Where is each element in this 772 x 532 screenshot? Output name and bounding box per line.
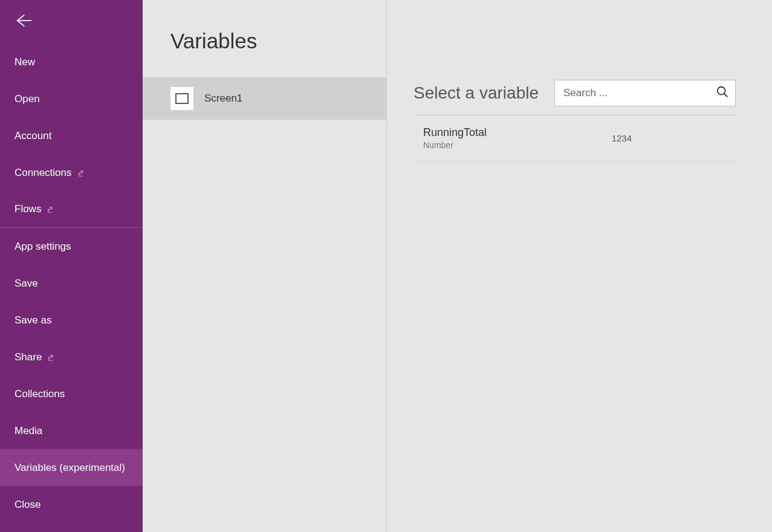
sidebar-item-label: Save as xyxy=(15,314,51,326)
sidebar-item-app-settings[interactable]: App settings xyxy=(0,228,143,265)
external-link-icon xyxy=(78,169,86,177)
sidebar-item-flows[interactable]: Flows xyxy=(0,191,143,228)
sidebar-item-label: Account xyxy=(15,130,51,142)
scope-item-screen1[interactable]: Screen1 xyxy=(143,77,386,120)
sidebar-item-label: Connections xyxy=(15,167,72,179)
sidebar-item-save-as[interactable]: Save as xyxy=(0,302,143,339)
variable-name: RunningTotal xyxy=(423,126,487,139)
sidebar-item-share[interactable]: Share xyxy=(0,339,143,375)
search-input[interactable] xyxy=(555,80,735,106)
sidebar-item-label: New xyxy=(15,56,35,68)
variables-header: Select a variable xyxy=(414,80,736,115)
variables-title: Select a variable xyxy=(414,83,539,103)
sidebar-item-label: Variables (experimental) xyxy=(15,462,125,474)
sidebar-item-save[interactable]: Save xyxy=(0,265,143,302)
sidebar-menu: New Open Account Connections Flows App s… xyxy=(0,44,143,523)
sidebar-item-new[interactable]: New xyxy=(0,44,143,80)
sidebar-item-account[interactable]: Account xyxy=(0,117,143,154)
search-box[interactable] xyxy=(554,80,736,106)
scope-item-label: Screen1 xyxy=(204,92,242,105)
sidebar-item-label: Open xyxy=(15,93,40,105)
sidebar-item-media[interactable]: Media xyxy=(0,412,143,449)
sidebar-item-close[interactable]: Close xyxy=(0,486,143,523)
sidebar-item-label: Collections xyxy=(15,388,65,400)
variables-scope-panel: Variables Screen1 xyxy=(143,0,387,532)
sidebar-item-variables[interactable]: Variables (experimental) xyxy=(0,449,143,486)
variable-row-runningtotal[interactable]: RunningTotal Number 1234 xyxy=(414,115,736,161)
back-button[interactable] xyxy=(0,0,143,44)
sidebar-item-label: Media xyxy=(15,425,42,437)
external-link-icon xyxy=(47,205,56,213)
variable-type: Number xyxy=(423,140,487,150)
variable-info: RunningTotal Number xyxy=(423,126,487,150)
svg-point-0 xyxy=(718,87,725,95)
screen-icon xyxy=(170,87,193,110)
sidebar-item-label: App settings xyxy=(15,241,71,253)
variables-detail-panel: Select a variable RunningTotal Number 12… xyxy=(387,0,772,532)
sidebar-item-label: Flows xyxy=(15,203,41,215)
back-arrow-icon xyxy=(15,12,31,32)
sidebar-item-connections[interactable]: Connections xyxy=(0,154,143,191)
file-menu-sidebar: New Open Account Connections Flows App s… xyxy=(0,0,143,532)
sidebar-item-label: Share xyxy=(15,351,42,363)
variable-value: 1234 xyxy=(612,133,632,143)
sidebar-item-collections[interactable]: Collections xyxy=(0,375,143,412)
sidebar-item-label: Close xyxy=(15,499,41,511)
sidebar-item-label: Save xyxy=(15,277,38,290)
page-title: Variables xyxy=(143,0,386,77)
search-icon xyxy=(716,85,729,101)
external-link-icon xyxy=(48,353,56,362)
sidebar-item-open[interactable]: Open xyxy=(0,80,143,117)
